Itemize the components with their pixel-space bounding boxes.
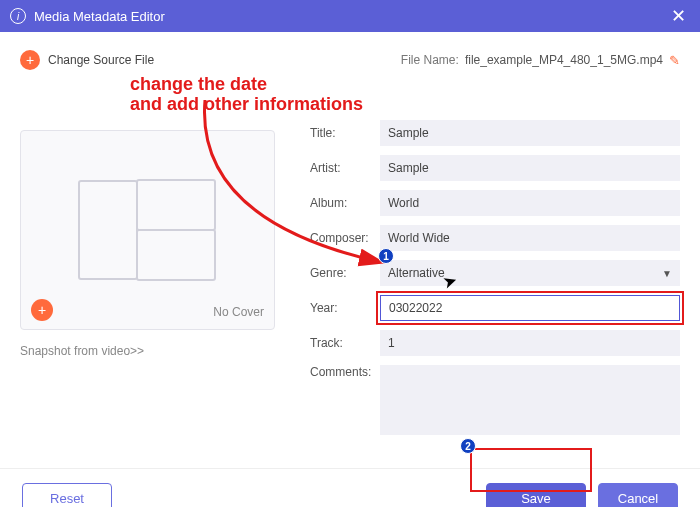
composer-field[interactable] xyxy=(380,225,680,251)
titlebar: i Media Metadata Editor ✕ xyxy=(0,0,700,32)
year-field[interactable] xyxy=(380,295,680,321)
comments-field[interactable] xyxy=(380,365,680,435)
add-source-icon[interactable]: + xyxy=(20,50,40,70)
annotation-text: change the date and add other informatio… xyxy=(130,74,680,114)
window-title: Media Metadata Editor xyxy=(34,9,165,24)
snapshot-link[interactable]: Snapshot from video>> xyxy=(20,344,275,358)
artist-field[interactable] xyxy=(380,155,680,181)
no-cover-label: No Cover xyxy=(213,305,264,319)
title-field[interactable] xyxy=(380,120,680,146)
topbar: + Change Source File File Name: file_exa… xyxy=(20,50,680,70)
close-icon[interactable]: ✕ xyxy=(667,5,690,27)
cover-art-area[interactable]: + No Cover xyxy=(20,130,275,330)
album-field[interactable] xyxy=(380,190,680,216)
edit-filename-icon[interactable]: ✎ xyxy=(669,53,680,68)
annotation-badge-1: 1 xyxy=(378,248,394,264)
cover-placeholder-icon xyxy=(78,180,218,280)
filename-value: file_example_MP4_480_1_5MG.mp4 xyxy=(465,53,663,67)
album-label: Album: xyxy=(310,196,380,210)
title-label: Title: xyxy=(310,126,380,140)
artist-label: Artist: xyxy=(310,161,380,175)
reset-button[interactable]: Reset xyxy=(22,483,112,507)
comments-label: Comments: xyxy=(310,365,380,379)
genre-select[interactable] xyxy=(380,260,680,286)
track-field[interactable] xyxy=(380,330,680,356)
year-label: Year: xyxy=(310,301,380,315)
info-icon: i xyxy=(10,8,26,24)
filename-label: File Name: xyxy=(401,53,459,67)
change-source-button[interactable]: Change Source File xyxy=(48,53,154,67)
composer-label: Composer: xyxy=(310,231,380,245)
add-cover-icon[interactable]: + xyxy=(31,299,53,321)
track-label: Track: xyxy=(310,336,380,350)
cancel-button[interactable]: Cancel xyxy=(598,483,678,507)
genre-label: Genre: xyxy=(310,266,380,280)
save-button[interactable]: Save xyxy=(486,483,586,507)
annotation-badge-2: 2 xyxy=(460,438,476,454)
footer: Reset Save Cancel xyxy=(0,468,700,507)
